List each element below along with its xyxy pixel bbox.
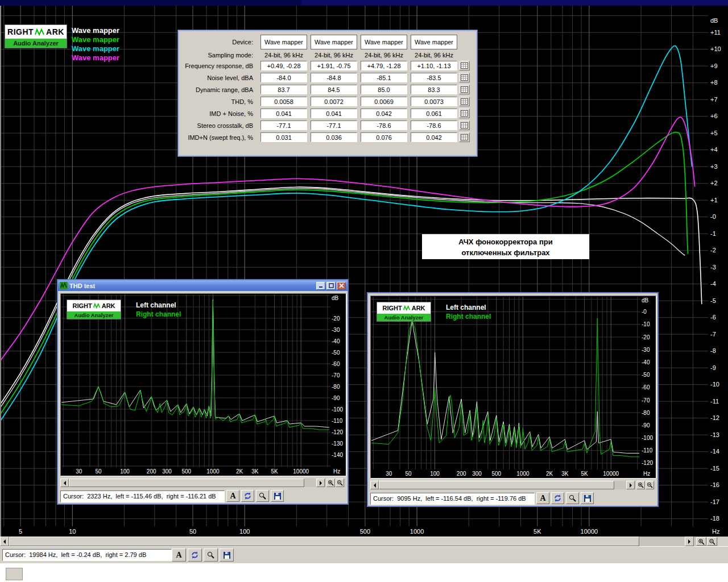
main-statusbar: Cursor: 19984 Hz, left = -0.24 dB, right… xyxy=(0,546,728,563)
spectrum-plot-area[interactable]: 305010020030050010002K3K5K10000Hz-20-30-… xyxy=(60,293,346,476)
show-spectrum-button-5[interactable] xyxy=(459,97,470,106)
background-window-fragment[interactable] xyxy=(6,568,23,580)
y-tick-label: -4 xyxy=(710,280,716,287)
close-button[interactable] xyxy=(337,282,346,290)
scroll-left-button[interactable] xyxy=(370,481,379,489)
zoom-out-button[interactable] xyxy=(707,537,717,546)
y-tick-label: -10 xyxy=(710,381,719,388)
refresh-button[interactable] xyxy=(551,492,564,504)
show-spectrum-button-8[interactable] xyxy=(459,132,470,142)
x-axis-labels: 5105010050010005K10000Hz xyxy=(19,528,719,535)
zoom-in-button[interactable] xyxy=(636,481,645,489)
y-tick-label: -140 xyxy=(332,452,343,458)
magnifier-button[interactable] xyxy=(566,492,579,504)
logo-subtitle: Audio Analyzer xyxy=(377,314,431,321)
show-spectrum-button-2[interactable] xyxy=(459,61,470,70)
grid xyxy=(61,294,330,467)
device-header-4[interactable]: Wave mapper xyxy=(411,35,457,49)
x-tick-label: 2K xyxy=(546,471,553,477)
spectrum-plot-area[interactable]: 305010020030050010002K3K5K10000Hz-0-10-2… xyxy=(370,296,656,479)
spectrum-scrollbar xyxy=(60,479,345,487)
x-tick-label: 1000 xyxy=(516,471,530,477)
save-button[interactable] xyxy=(271,490,284,502)
metric-value-2-2: +1.91, -0.75 xyxy=(311,61,357,70)
metric-value-7-3: -78.6 xyxy=(361,120,407,130)
zoom-out-button[interactable] xyxy=(646,481,654,489)
y-tick-label: -110 xyxy=(642,447,653,454)
metric-value-6-2: 0.041 xyxy=(311,109,357,118)
device-header-2[interactable]: Wave mapper xyxy=(311,35,357,49)
metric-value-5-3: 0.0069 xyxy=(361,97,407,106)
imd-spectrum-chart: 305010020030050010002K3K5K10000Hz-0-10-2… xyxy=(371,297,655,477)
show-spectrum-button-4[interactable] xyxy=(459,85,470,94)
scrollbar-thumb[interactable] xyxy=(69,479,304,487)
scrollbar-thumb[interactable] xyxy=(379,481,614,489)
refresh-button[interactable] xyxy=(241,490,254,502)
y-tick-label: -30 xyxy=(332,327,340,333)
scroll-right-button[interactable] xyxy=(685,537,694,546)
magnifier-button[interactable] xyxy=(256,490,269,502)
x-tick-label: 1000 xyxy=(206,468,220,475)
save-button[interactable] xyxy=(581,492,594,504)
zoom-out-button[interactable] xyxy=(336,479,344,487)
y-tick-label: -30 xyxy=(642,347,650,353)
waveform-icon xyxy=(403,305,411,311)
minimize-button[interactable] xyxy=(316,282,325,290)
x-tick-label: 10000 xyxy=(581,528,598,535)
cursor-readout: Cursor: 19984 Hz, left = -0.24 dB, right… xyxy=(2,549,172,561)
y-tick-label: -120 xyxy=(642,460,653,466)
x-tick-label: 3K xyxy=(561,471,569,477)
scroll-left-button[interactable] xyxy=(0,537,9,546)
spacer xyxy=(459,55,469,56)
thd-spectrum-chart: 305010020030050010002K3K5K10000Hz-20-30-… xyxy=(61,294,345,475)
scroll-left-button[interactable] xyxy=(60,479,69,487)
y-tick-label: -40 xyxy=(332,338,340,344)
y-tick-label: -0 xyxy=(710,213,716,220)
y-tick-label: +5 xyxy=(710,130,718,136)
metric-value-7-2: -77.1 xyxy=(311,120,357,130)
font-button[interactable]: A xyxy=(536,492,549,504)
background-window-titlebar-right[interactable] xyxy=(301,0,728,6)
metric-row-label-3: Noise level, dBA xyxy=(178,74,259,81)
scroll-right-button[interactable] xyxy=(626,481,635,489)
desktop-background xyxy=(0,563,728,582)
maximize-button[interactable] xyxy=(326,282,336,290)
thd-window-titlebar[interactable]: THD test xyxy=(58,280,348,291)
device-header-3[interactable]: Wave mapper xyxy=(361,35,407,49)
scrollbar-thumb[interactable] xyxy=(9,537,639,546)
legend-item-4: Wave mapper xyxy=(72,53,119,63)
metric-value-8-2: 0.036 xyxy=(311,132,357,142)
background-window-titlebar-left[interactable] xyxy=(0,0,301,6)
y-tick-label: -15 xyxy=(710,465,719,472)
save-button[interactable] xyxy=(220,548,234,562)
font-button[interactable]: A xyxy=(226,490,239,502)
x-tick-label: 1000 xyxy=(410,528,424,535)
y-tick-label: +3 xyxy=(710,163,718,170)
show-spectrum-button-3[interactable] xyxy=(459,73,470,82)
scroll-right-button[interactable] xyxy=(316,479,325,487)
y-axis-unit: dB xyxy=(332,295,339,301)
y-tick-label: -110 xyxy=(332,418,343,424)
logo-text-left: RIGHT xyxy=(72,302,92,309)
y-tick-label: -5 xyxy=(710,297,716,304)
show-spectrum-button-7[interactable] xyxy=(459,120,470,130)
waveform-icon xyxy=(35,28,45,36)
metric-value-5-2: 0.0072 xyxy=(311,97,357,106)
y-tick-label: -20 xyxy=(642,334,650,340)
font-button[interactable]: A xyxy=(172,548,186,562)
thd-test-window: THD test 305010020030050010002K3K5K10000… xyxy=(57,279,349,505)
x-tick-label: 2K xyxy=(236,468,243,475)
y-tick-label: -10 xyxy=(642,321,650,327)
y-axis-labels: -0-10-20-30-40-50-60-70-80-90-100-110-12… xyxy=(642,297,653,466)
y-tick-label: -12 xyxy=(710,414,719,421)
window-frame-edge xyxy=(0,6,1,546)
zoom-in-button[interactable] xyxy=(326,479,335,487)
magnifier-button[interactable] xyxy=(204,548,218,562)
refresh-button[interactable] xyxy=(188,548,202,562)
zoom-in-button[interactable] xyxy=(696,537,706,546)
show-spectrum-button-6[interactable] xyxy=(459,109,470,118)
waveform-icon xyxy=(93,303,101,309)
metric-value-2-1: +0.49, -0.28 xyxy=(260,61,307,70)
device-header-1[interactable]: Wave mapper xyxy=(260,35,307,49)
y-tick-label: -90 xyxy=(332,395,340,401)
